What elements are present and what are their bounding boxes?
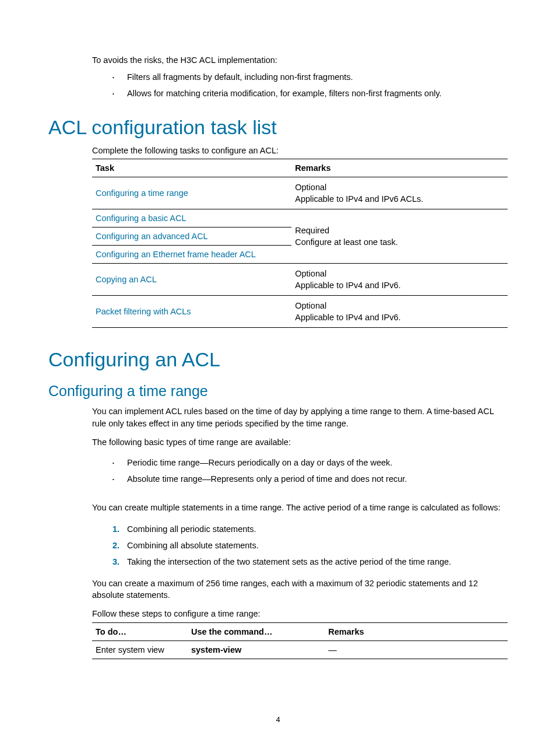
remarks-text: Configure at least one task. <box>295 236 504 248</box>
task-header: Task <box>92 159 291 177</box>
task-link-advanced-acl[interactable]: Configuring an advanced ACL <box>96 232 208 241</box>
list-item: Allows for matching criteria modificatio… <box>112 86 508 102</box>
task-link-copying-acl[interactable]: Copying an ACL <box>96 275 157 284</box>
task-link-packet-filtering[interactable]: Packet filtering with ACLs <box>96 307 191 316</box>
task-link-ethernet-acl[interactable]: Configuring an Ethernet frame header ACL <box>96 250 256 259</box>
remarks-text: Optional <box>295 300 504 312</box>
remarks-text: Required <box>295 225 504 236</box>
list-item: Combining all periodic statements. <box>112 521 508 537</box>
body-text: You can create a maximum of 256 time ran… <box>92 578 508 601</box>
list-item: Filters all fragments by default, includ… <box>112 69 508 86</box>
remarks-text: Optional <box>295 181 504 193</box>
intro-text: To avoids the risks, the H3C ACL impleme… <box>92 55 508 65</box>
remarks-cell: — <box>325 640 508 659</box>
page-number: 4 <box>0 715 556 724</box>
time-range-types-list: Periodic time range—Recurs periodically … <box>112 455 508 487</box>
heading-task-list: ACL configuration task list <box>48 116 508 139</box>
task-link-basic-acl[interactable]: Configuring a basic ACL <box>96 214 186 223</box>
command-table: To do… Use the command… Remarks Enter sy… <box>92 622 508 659</box>
remarks-header: Remarks <box>325 622 508 640</box>
remarks-text: Applicable to IPv4 and IPv6 ACLs. <box>295 193 504 205</box>
remarks-text: Applicable to IPv4 and IPv6. <box>295 312 504 323</box>
todo-header: To do… <box>92 622 188 640</box>
command-header: Use the command… <box>188 622 325 640</box>
task-link-time-range[interactable]: Configuring a time range <box>96 188 188 198</box>
remarks-header: Remarks <box>291 159 508 177</box>
heading-configuring-acl: Configuring an ACL <box>48 348 508 371</box>
heading-time-range: Configuring a time range <box>48 383 508 400</box>
list-item: Combining all absolute statements. <box>112 537 508 554</box>
body-text: Follow these steps to configure a time r… <box>92 608 508 620</box>
command-cell: system-view <box>188 640 325 659</box>
task-table: Task Remarks Configuring a time range Op… <box>92 159 508 328</box>
list-item: Absolute time range—Represents only a pe… <box>112 471 508 488</box>
body-text: You can create multiple statements in a … <box>92 502 508 513</box>
list-item: Periodic time range—Recurs periodically … <box>112 455 508 471</box>
remarks-text: Applicable to IPv4 and IPv6. <box>295 279 504 291</box>
tasklist-intro: Complete the following tasks to configur… <box>92 145 508 156</box>
body-text: You can implement ACL rules based on the… <box>92 405 508 429</box>
body-text: The following basic types of time range … <box>92 436 508 448</box>
intro-bullet-list: Filters all fragments by default, includ… <box>112 69 508 102</box>
todo-cell: Enter system view <box>92 640 188 659</box>
calculation-steps-list: Combining all periodic statements. Combi… <box>112 521 508 570</box>
remarks-text: Optional <box>295 268 504 279</box>
list-item: Taking the intersection of the two state… <box>112 554 508 570</box>
